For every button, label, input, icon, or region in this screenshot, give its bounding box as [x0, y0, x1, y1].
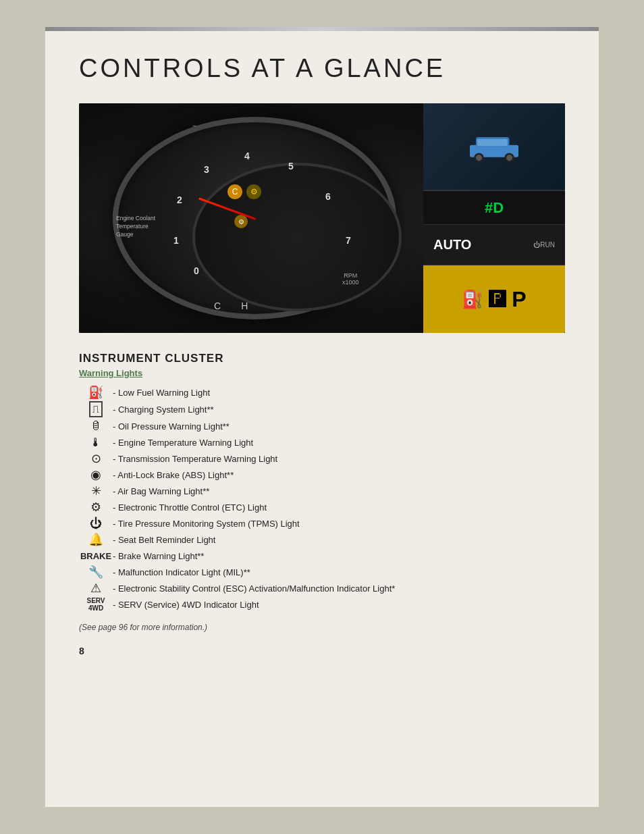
gauge-num-5: 5: [288, 161, 294, 172]
temp-labels: C H: [214, 301, 248, 311]
list-item: ⎍ - Charging System Light**: [79, 401, 565, 417]
cold-label: C: [214, 301, 221, 311]
coolant-label: Engine CoolantTemperatureGauge: [116, 215, 155, 239]
icon-esc: ⚠: [79, 581, 113, 596]
right-panel: #D AUTO ⏻RUN ⛽ 🅿 P: [423, 103, 565, 333]
auto-display: AUTO ⏻RUN: [423, 225, 565, 265]
top-divider: [45, 27, 599, 31]
svg-point-5: [506, 155, 512, 161]
gauge-num-4: 4: [244, 151, 250, 161]
icon-seatbelt: 🔔: [79, 532, 113, 547]
icon-tpms: ⏻: [79, 517, 113, 531]
gauge-warning-icons: C ⚙: [227, 184, 261, 199]
gauge-num-0: 0: [194, 265, 199, 276]
text-trans-temp: - Transmission Temperature Warning Light: [113, 454, 565, 464]
list-item: ⚙ - Electronic Throttle Control (ETC) Li…: [79, 500, 565, 515]
svg-point-3: [476, 155, 482, 161]
list-item: ⏻ - Tire Pressure Monitoring System (TPM…: [79, 516, 565, 531]
list-item: 🔧 - Malfunction Indicator Light (MIL)**: [79, 565, 565, 579]
gear-bottom-display: ⛽ 🅿 P: [423, 265, 565, 333]
gauge-inner: [192, 163, 402, 311]
icon-brake: BRAKE: [79, 551, 113, 561]
icon-trans-temp: ⊙: [79, 451, 113, 466]
list-item: BRAKE - Brake Warning Light**: [79, 548, 565, 563]
rpm-label: RPMx1000: [342, 272, 359, 286]
gear-bottom-text: P: [512, 287, 526, 312]
icon-etc: ⚙: [79, 500, 113, 515]
text-airbag: - Air Bag Warning Light**: [113, 486, 565, 496]
gauge-num-1: 1: [173, 235, 179, 246]
text-tpms: - Tire Pressure Monitoring System (TPMS)…: [113, 519, 565, 529]
icon-engine-temp: 🌡: [79, 436, 113, 450]
icon-serv-4wd: SERV4WD: [79, 597, 113, 612]
page-number: 8: [79, 646, 565, 656]
svg-rect-6: [477, 139, 508, 147]
list-item: ✳ - Air Bag Warning Light**: [79, 484, 565, 498]
run-text: ⏻RUN: [533, 241, 555, 249]
dashboard-image: Tachometer Engine CoolantTemperatureGaug…: [79, 103, 565, 333]
gear-text: #D: [485, 199, 504, 217]
icon-fuel: ⛽: [79, 385, 113, 400]
warning-lights-list: ⛽ - Low Fuel Warning Light ⎍ - Charging …: [79, 385, 565, 612]
serv-4wd-label: SERV4WD: [86, 597, 105, 612]
icon-mil: 🔧: [79, 565, 113, 579]
gauge-num-2: 2: [177, 194, 182, 205]
gauge-num-7: 7: [346, 235, 351, 246]
warning-lights-label: Warning Lights: [79, 368, 565, 378]
text-serv-4wd: - SERV (Service) 4WD Indicator Light: [113, 600, 565, 610]
list-item: 🛢 - Oil Pressure Warning Light**: [79, 419, 565, 434]
text-mil: - Malfunction Indicator Light (MIL)**: [113, 567, 565, 577]
auto-text: AUTO: [433, 237, 471, 253]
gauge-icon-1: C: [227, 184, 242, 199]
page-container: CONTROLS AT A GLANCE Tachometer Engine C…: [45, 27, 599, 807]
text-abs: - Anti-Lock Brake (ABS) Light**: [113, 470, 565, 480]
list-item: SERV4WD - SERV (Service) 4WD Indicator L…: [79, 597, 565, 612]
icon-charging: ⎍: [79, 401, 113, 417]
list-item: ◉ - Anti-Lock Brake (ABS) Light**: [79, 467, 565, 482]
see-page-text: (See page 96 for more information.): [79, 623, 565, 632]
gauge-icon-2: ⚙: [246, 184, 261, 199]
text-brake: - Brake Warning Light**: [113, 551, 565, 561]
list-item: ⛽ - Low Fuel Warning Light: [79, 385, 565, 400]
icon-oil: 🛢: [79, 420, 113, 432]
list-item: ⚠ - Electronic Stability Control (ESC) A…: [79, 581, 565, 596]
text-oil: - Oil Pressure Warning Light**: [113, 421, 565, 432]
text-etc: - Electronic Throttle Control (ETC) Ligh…: [113, 502, 565, 513]
icon-abs: ◉: [79, 467, 113, 482]
text-charging: - Charging System Light**: [113, 405, 565, 415]
car-icon: [464, 130, 525, 163]
list-item: 🔔 - Seat Belt Reminder Light: [79, 532, 565, 547]
gauge-num-6: 6: [325, 191, 331, 202]
text-fuel: - Low Fuel Warning Light: [113, 388, 565, 398]
list-item: 🌡 - Engine Temperature Warning Light: [79, 435, 565, 450]
section-title: INSTRUMENT CLUSTER: [79, 352, 565, 365]
list-item: ⊙ - Transmission Temperature Warning Lig…: [79, 451, 565, 466]
text-esc: - Electronic Stability Control (ESC) Act…: [113, 583, 565, 594]
page-title: CONTROLS AT A GLANCE: [79, 54, 565, 83]
car-display: [423, 103, 565, 191]
gauge-num-3: 3: [204, 164, 209, 175]
instrument-cluster-section: INSTRUMENT CLUSTER Warning Lights ⛽ - Lo…: [79, 352, 565, 656]
text-seatbelt: - Seat Belt Reminder Light: [113, 535, 565, 545]
icon-airbag: ✳: [79, 484, 113, 498]
hot-label: H: [241, 301, 248, 311]
text-engine-temp: - Engine Temperature Warning Light: [113, 438, 565, 448]
gear-display: #D: [423, 191, 565, 225]
brake-label: BRAKE: [80, 551, 111, 561]
